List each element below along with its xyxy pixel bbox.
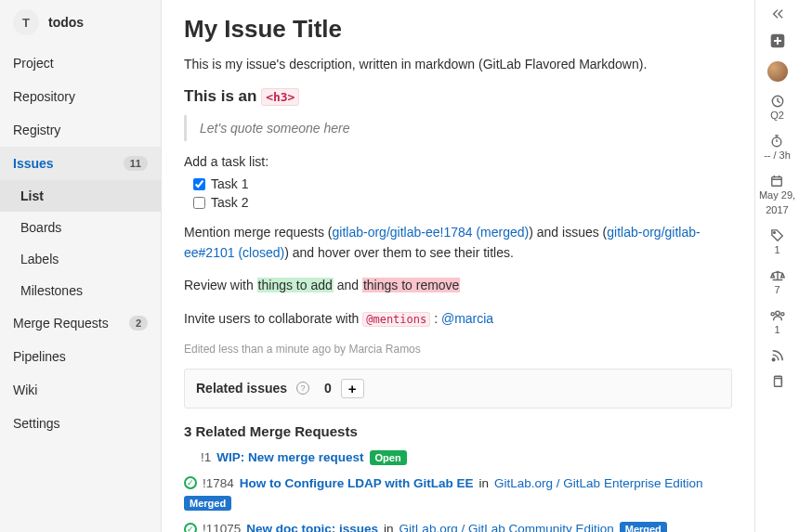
plus-square-icon	[770, 33, 785, 48]
sidebar-item-wiki[interactable]: Wiki	[0, 373, 161, 407]
mr-link[interactable]: WIP: New merge request	[216, 450, 363, 464]
sidebar-sub-milestones[interactable]: Milestones	[0, 275, 161, 306]
mr-link[interactable]: New doc topic: issues	[246, 522, 378, 532]
project-avatar: T	[13, 9, 39, 35]
text: and	[334, 278, 362, 292]
sidebar-item-settings[interactable]: Settings	[0, 407, 161, 440]
weight[interactable]: 7	[770, 269, 785, 296]
add-todo-button[interactable]	[770, 33, 785, 48]
sidebar-item-pipelines[interactable]: Pipelines	[0, 340, 161, 373]
participants[interactable]: 1	[770, 309, 785, 336]
mr-item: ✓ !11075 New doc topic: issues in GitLab…	[184, 522, 732, 532]
svg-point-6	[771, 313, 774, 316]
sidebar-sub-label: Milestones	[20, 283, 83, 298]
svg-rect-3	[772, 177, 782, 187]
blockquote: Let's quote someone here	[184, 115, 732, 141]
labels[interactable]: 1	[771, 229, 784, 256]
text: in	[384, 522, 394, 532]
copy-icon	[771, 375, 784, 388]
issue-description: This is my issue's description, written …	[184, 55, 732, 74]
sidebar-item-project[interactable]: Project	[0, 46, 161, 80]
related-count: 0	[324, 381, 332, 396]
edited-note: Edited less than a minute ago by Marcia …	[184, 343, 732, 356]
sidebar-sub-label: Labels	[20, 252, 59, 266]
mr-link[interactable]: How to Configure LDAP with GitLab EE	[240, 476, 474, 490]
text: Review with	[184, 278, 257, 292]
assignee[interactable]	[767, 61, 788, 82]
deletion: things to remove	[362, 278, 461, 292]
sidebar-label: Pipelines	[13, 349, 66, 364]
issue-title: My Issue Title	[184, 15, 732, 44]
sidebar-item-registry[interactable]: Registry	[0, 113, 161, 147]
clock-icon	[771, 95, 784, 108]
status-badge: Merged	[620, 522, 667, 532]
sidebar-sub-label: List	[20, 188, 44, 203]
svg-point-8	[772, 358, 775, 361]
text: Mention merge requests (	[184, 225, 333, 240]
issues-count-badge: 11	[124, 156, 148, 171]
project-header[interactable]: T todos	[0, 0, 161, 46]
mr-ref: !11075	[203, 522, 241, 532]
due-date[interactable]: May 29, 2017	[759, 175, 795, 215]
users-icon	[770, 309, 785, 322]
add-related-button[interactable]: +	[341, 379, 364, 398]
task-label: Task 1	[211, 176, 248, 191]
time-tracking[interactable]: -- / 3h	[764, 135, 791, 162]
sidebar-sub-labels[interactable]: Labels	[0, 243, 161, 275]
time-label: -- / 3h	[764, 149, 791, 162]
sidebar-item-merge-requests[interactable]: Merge Requests 2	[0, 306, 161, 340]
sidebar-label: Repository	[13, 89, 75, 104]
mention-paragraph: Mention merge requests (gitlab-org/gitla…	[184, 223, 732, 263]
tags-icon	[771, 229, 784, 242]
rss-icon	[771, 349, 784, 362]
h3-demo: This is an <h3>	[184, 87, 732, 106]
copy-reference[interactable]	[771, 375, 784, 388]
mr-link[interactable]: gitlab-org/gitlab-ee!1784 (merged)	[333, 225, 530, 240]
project-link[interactable]: GitLab.org / GitLab Enterprise Edition	[494, 476, 702, 490]
svg-point-4	[773, 231, 775, 233]
text: :	[430, 311, 441, 326]
user-mention[interactable]: @marcia	[441, 311, 493, 326]
text: This is an	[184, 87, 261, 105]
date-label: 2017	[766, 204, 788, 216]
related-issues-box: Related issues ? 0 +	[184, 369, 732, 409]
sidebar-label: Wiki	[13, 383, 37, 397]
sidebar-label: Merge Requests	[13, 316, 109, 331]
svg-point-5	[775, 311, 779, 315]
right-sidebar: Q2 -- / 3h May 29, 2017 1 7 1	[754, 0, 799, 532]
text: ) and hover over them to see their title…	[284, 245, 514, 260]
mr-item: !1 WIP: New merge request Open	[184, 450, 732, 465]
sidebar-sub-list[interactable]: List	[0, 180, 161, 212]
participants-count: 1	[774, 324, 779, 336]
sidebar-label: Settings	[13, 416, 60, 431]
mr-count-badge: 2	[129, 316, 148, 331]
left-sidebar: T todos Project Repository Registry Issu…	[0, 0, 162, 532]
milestone-label: Q2	[770, 110, 784, 122]
sidebar-sub-label: Boards	[20, 220, 61, 235]
text: ) and issues (	[529, 225, 607, 240]
related-mr-header: 3 Related Merge Requests	[184, 423, 732, 439]
collapse-button[interactable]	[771, 7, 784, 20]
svg-point-7	[780, 313, 783, 316]
task-checkbox[interactable]	[193, 178, 205, 190]
notifications[interactable]	[771, 349, 784, 362]
mention-code: @mentions	[362, 312, 430, 327]
sidebar-sub-boards[interactable]: Boards	[0, 212, 161, 243]
main-content: My Issue Title This is my issue's descri…	[162, 0, 754, 532]
task-checkbox[interactable]	[193, 197, 205, 209]
svg-rect-9	[774, 379, 781, 387]
mr-ref: !1	[201, 450, 211, 464]
sidebar-label: Registry	[13, 123, 60, 137]
project-link[interactable]: GitLab.org / GitLab Community Edition	[400, 522, 614, 532]
task-intro: Add a task list:	[184, 154, 732, 169]
merged-icon: ✓	[184, 523, 197, 532]
milestone[interactable]: Q2	[770, 95, 784, 122]
sidebar-item-repository[interactable]: Repository	[0, 80, 161, 113]
status-badge: Merged	[184, 496, 231, 511]
scale-icon	[770, 269, 785, 282]
chevron-double-left-icon	[771, 7, 784, 20]
task-item: Task 1	[193, 176, 732, 191]
task-list: Task 1 Task 2	[193, 176, 732, 210]
help-icon[interactable]: ?	[296, 382, 309, 395]
sidebar-item-issues[interactable]: Issues 11	[0, 147, 161, 180]
